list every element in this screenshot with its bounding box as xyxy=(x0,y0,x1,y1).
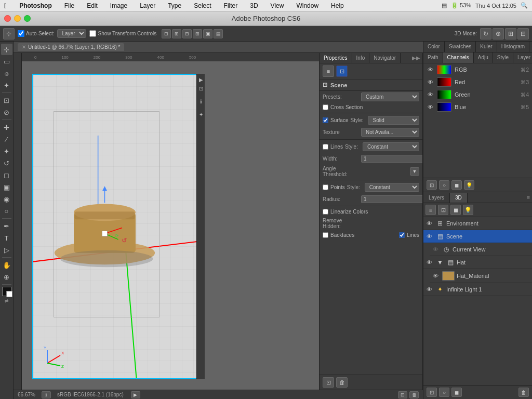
status-btn-1[interactable]: ⊡ xyxy=(398,391,407,398)
presets-select[interactable]: Custom xyxy=(361,92,419,101)
tab-3d[interactable]: 3D xyxy=(450,193,468,203)
align-btn-4[interactable]: ⊞ xyxy=(193,29,202,38)
menu-type[interactable]: Type xyxy=(166,2,183,9)
layer-btn-delete[interactable]: 🗑 xyxy=(518,388,529,397)
blur-tool[interactable]: ◉ xyxy=(1,193,12,205)
backfaces-checkbox[interactable] xyxy=(323,232,328,238)
radius-input[interactable] xyxy=(361,195,422,203)
tab-info[interactable]: Info xyxy=(352,53,370,63)
rgb-eye-icon[interactable]: 👁 xyxy=(427,66,434,73)
subtab-layer[interactable]: Layer xyxy=(513,52,532,63)
view-eye-icon[interactable]: 👁 xyxy=(433,246,440,252)
status-btn-2[interactable]: 🗑 xyxy=(409,391,419,398)
align-btn-3[interactable]: ⊟ xyxy=(182,29,192,38)
surface-style-select[interactable]: Solid xyxy=(368,116,419,125)
layer-infinite-light[interactable]: 👁 ✦ Infinite Light 1 xyxy=(423,283,532,296)
hat-eye-icon[interactable]: 👁 xyxy=(427,259,434,265)
layer-btn-3[interactable]: ◼ xyxy=(451,388,462,397)
minimize-button[interactable] xyxy=(14,15,21,22)
delete-btn[interactable]: 🗑 xyxy=(336,377,348,388)
tab-histogram[interactable]: Histogram xyxy=(497,42,530,52)
width-input[interactable] xyxy=(361,155,422,163)
menu-window[interactable]: Window xyxy=(294,2,321,9)
brush-tool[interactable]: ∕ xyxy=(1,134,12,145)
3d-zoom-btn[interactable]: ⊞ xyxy=(505,28,516,39)
transform-controls-checkbox[interactable] xyxy=(89,30,96,37)
canvas-tool-2[interactable]: ⊡ xyxy=(197,85,205,92)
tab-color[interactable]: Color xyxy=(423,42,445,52)
menu-3d[interactable]: 3D xyxy=(248,2,260,9)
subtab-adju[interactable]: Adju xyxy=(474,52,493,63)
ch-btn-1[interactable]: ⊡ xyxy=(427,180,437,190)
channel-row-red[interactable]: 👁 Red ⌘3 xyxy=(423,76,532,88)
3d-canvas[interactable]: ↺ ⟳ X Z xyxy=(32,74,205,379)
canvas-viewport[interactable]: 0 100 200 300 400 500 xyxy=(22,53,319,390)
move-tool[interactable]: ⊹ xyxy=(1,44,12,55)
ch-btn-4[interactable]: 💡 xyxy=(464,180,474,190)
subtab-path[interactable]: Path xyxy=(423,52,443,63)
channel-row-green[interactable]: 👁 Green ⌘4 xyxy=(423,88,532,101)
3d-tool-3[interactable]: ◼ xyxy=(450,205,461,215)
panel-options-icon[interactable]: ≡ xyxy=(529,42,532,52)
red-eye-icon[interactable]: 👁 xyxy=(427,78,434,86)
text-tool[interactable]: T xyxy=(1,232,12,244)
document-tab[interactable]: ✕ Untitled-1 @ 66.7% (Layer 1, RGB/16) * xyxy=(18,43,124,51)
search-icon[interactable]: 🔍 xyxy=(521,2,528,9)
lines-check-checkbox[interactable] xyxy=(399,232,405,238)
align-btn-5[interactable]: ▣ xyxy=(203,29,212,38)
3d-dolly-btn[interactable]: ⊟ xyxy=(517,28,529,39)
3d-tool-4[interactable]: 💡 xyxy=(463,205,473,215)
tab-properties[interactable]: Properties xyxy=(320,53,352,63)
subtab-channels[interactable]: Channels xyxy=(443,52,474,63)
tab-navigator[interactable]: Navigator xyxy=(369,53,401,63)
menu-select[interactable]: Select xyxy=(192,2,213,9)
swap-colors-icon[interactable]: ⇌ xyxy=(5,298,9,303)
maximize-button[interactable] xyxy=(24,15,31,22)
points-checkbox[interactable] xyxy=(323,184,328,190)
3d-tool-1[interactable]: ≡ xyxy=(425,205,436,215)
scene-eye-icon[interactable]: 👁 xyxy=(427,233,434,240)
canvas-tool-4[interactable]: ✦ xyxy=(197,111,205,118)
channel-row-rgb[interactable]: 👁 RGB ⌘2 xyxy=(423,63,532,76)
auto-select-dropdown[interactable]: Layer xyxy=(57,29,86,38)
3d-pan-btn[interactable]: ⊕ xyxy=(493,28,504,39)
align-btn-1[interactable]: ⊡ xyxy=(162,29,171,38)
tab-kuler[interactable]: Kuler xyxy=(476,42,497,52)
tab-swatches[interactable]: Swatches xyxy=(445,42,476,52)
zoom-tool[interactable]: ⊕ xyxy=(1,271,12,283)
info-icon[interactable]: ℹ xyxy=(42,391,51,398)
cross-section-checkbox[interactable] xyxy=(323,104,328,110)
angle-dropdown[interactable]: ▼ xyxy=(410,167,419,176)
dodge-tool[interactable]: ○ xyxy=(1,205,12,217)
surface-checkbox[interactable] xyxy=(323,117,328,123)
shape-tool[interactable]: ▷ xyxy=(1,244,12,256)
eyedropper-tool[interactable]: ⊘ xyxy=(1,107,12,118)
render-btn[interactable]: ⊡ xyxy=(323,377,334,388)
menu-file[interactable]: File xyxy=(62,2,76,9)
3d-tool-2[interactable]: ⊡ xyxy=(438,205,448,215)
ch-btn-3[interactable]: ◼ xyxy=(451,180,462,190)
env-eye-icon[interactable]: 👁 xyxy=(427,220,434,227)
layer-scene[interactable]: 👁 ▤ Scene xyxy=(423,230,532,243)
layer-hat-material[interactable]: 👁 Hat_Material xyxy=(430,269,532,283)
blue-eye-icon[interactable]: 👁 xyxy=(427,103,434,111)
properties-scroll[interactable]: Presets: Custom Cross Section xyxy=(320,91,422,375)
lines-style-select[interactable]: Constant xyxy=(363,142,419,151)
layers-options-icon[interactable]: ≡ xyxy=(525,192,532,203)
menu-edit[interactable]: Edit xyxy=(85,2,100,9)
menu-photoshop[interactable]: Photoshop xyxy=(17,2,54,9)
auto-select-checkbox[interactable] xyxy=(18,30,24,37)
green-eye-icon[interactable]: 👁 xyxy=(427,91,434,98)
subtab-style[interactable]: Style xyxy=(493,52,513,63)
gradient-tool[interactable]: ▣ xyxy=(1,181,12,193)
canvas-tool-3[interactable]: ℹ xyxy=(197,98,205,105)
3d-rotate-btn[interactable]: ↻ xyxy=(480,28,491,39)
move-tool-icon[interactable]: ⊹ xyxy=(3,28,15,39)
layer-hat[interactable]: 👁 ▼ ▤ Hat xyxy=(423,256,532,269)
menu-image[interactable]: Image xyxy=(108,2,129,9)
points-style-select[interactable]: Constant xyxy=(365,183,419,192)
lines-checkbox[interactable] xyxy=(323,144,328,150)
channel-row-blue[interactable]: 👁 Blue ⌘5 xyxy=(423,101,532,113)
stamp-tool[interactable]: ✦ xyxy=(1,145,12,157)
crop-tool[interactable]: ⊡ xyxy=(1,95,12,106)
